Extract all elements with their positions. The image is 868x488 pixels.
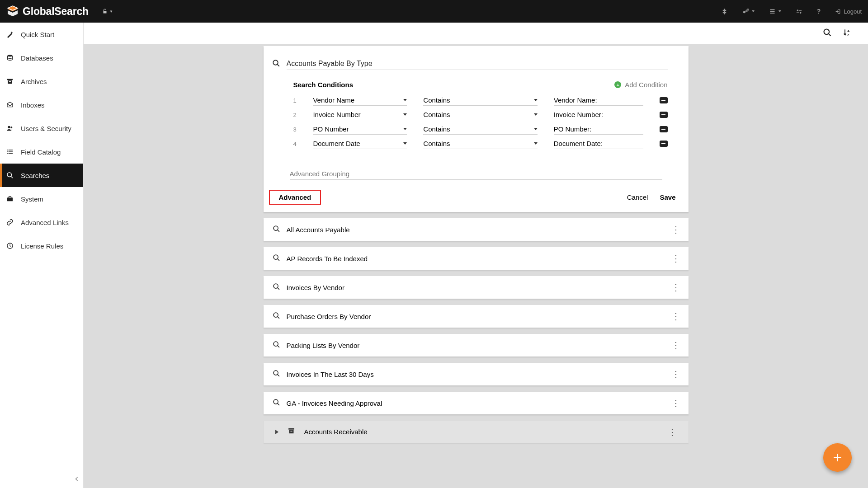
sidebar-item-system[interactable]: System	[0, 187, 83, 211]
svg-point-20	[274, 255, 278, 259]
sidebar-item-users-security[interactable]: Users & Security	[0, 117, 83, 140]
database-icon	[5, 54, 14, 61]
operator-select[interactable]: Contains	[423, 124, 537, 135]
sidebar-item-archives[interactable]: Archives	[0, 70, 83, 93]
logo-icon	[6, 5, 19, 18]
clock-icon	[5, 242, 14, 249]
card-menu-icon[interactable]: ⋮	[671, 398, 679, 408]
logout-button[interactable]: Logout	[835, 8, 862, 15]
sidebar-item-advanced-links[interactable]: Advanced Links	[0, 211, 83, 234]
settings-icon[interactable]	[796, 8, 802, 15]
svg-point-5	[799, 12, 801, 14]
svg-point-4	[797, 9, 798, 11]
svg-rect-26	[288, 428, 294, 430]
plus-circle-icon: +	[614, 81, 621, 88]
cancel-button[interactable]: Cancel	[627, 193, 648, 201]
main-toolbar: AZ	[84, 23, 868, 44]
field-select[interactable]: Invoice Number	[313, 109, 407, 120]
sidebar: Quick Start Databases Archives Inboxes U…	[0, 23, 84, 488]
card-menu-icon[interactable]: ⋮	[671, 311, 679, 322]
link-icon	[5, 219, 14, 226]
search-card[interactable]: GA - Invoices Needing Approval⋮	[264, 392, 689, 414]
remove-condition-button[interactable]	[660, 141, 668, 147]
svg-point-12	[7, 173, 11, 177]
value-input[interactable]	[554, 124, 643, 135]
svg-point-15	[824, 29, 830, 34]
chevron-down-icon	[534, 142, 538, 145]
card-menu-icon[interactable]: ⋮	[671, 282, 679, 293]
svg-point-11	[10, 127, 12, 128]
svg-rect-28	[290, 431, 292, 432]
toolbar-sort-icon[interactable]: AZ	[843, 28, 852, 39]
advanced-button[interactable]: Advanced	[269, 190, 321, 205]
users-icon	[5, 125, 14, 132]
condition-row: 2 Invoice Number Contains	[293, 109, 668, 120]
app-logo[interactable]: GlobalSearch	[6, 5, 89, 18]
sidebar-item-databases[interactable]: Databases	[0, 46, 83, 70]
svg-rect-2	[770, 11, 774, 12]
triangle-right-icon	[275, 430, 278, 434]
search-icon	[273, 283, 280, 292]
sidebar-collapse-icon[interactable]	[74, 475, 80, 484]
search-card[interactable]: Packing Lists By Vendor⋮	[264, 334, 689, 357]
card-menu-icon[interactable]: ⋮	[671, 369, 679, 380]
sidebar-item-license-rules[interactable]: License Rules	[0, 234, 83, 258]
chevron-down-icon	[534, 128, 538, 130]
value-input[interactable]	[554, 109, 643, 120]
plugin-icon[interactable]	[721, 8, 728, 15]
topbar-actions: ? Logout	[721, 8, 862, 15]
conditions-header: Search Conditions	[293, 81, 354, 89]
card-menu-icon[interactable]: ⋮	[671, 224, 679, 235]
operator-select[interactable]: Contains	[423, 138, 537, 149]
svg-rect-1	[770, 9, 774, 10]
field-select[interactable]: Document Date	[313, 138, 407, 149]
card-menu-icon[interactable]: ⋮	[671, 253, 679, 264]
search-card[interactable]: All Accounts Payable⋮	[264, 218, 689, 241]
chevron-down-icon	[403, 142, 407, 145]
topbar: GlobalSearch ▼ ? Logout	[0, 0, 868, 23]
svg-point-23	[274, 342, 278, 346]
card-menu-icon[interactable]: ⋮	[671, 340, 679, 351]
chevron-down-icon	[534, 99, 538, 101]
stack-dropdown-icon[interactable]	[769, 8, 781, 15]
sidebar-item-quickstart[interactable]: Quick Start	[0, 23, 83, 46]
group-menu-icon[interactable]: ⋮	[668, 427, 677, 437]
condition-row: 3 PO Number Contains	[293, 124, 668, 135]
value-input[interactable]	[554, 138, 643, 149]
search-edit-panel: Search Conditions + Add Condition 1 Vend…	[264, 46, 689, 212]
search-card[interactable]: AP Records To Be Indexed⋮	[264, 247, 689, 270]
svg-rect-7	[7, 79, 13, 80]
add-fab[interactable]: +	[823, 443, 852, 472]
value-input[interactable]	[554, 95, 643, 106]
search-group-row[interactable]: Accounts Receivable ⋮	[264, 421, 689, 443]
remove-condition-button[interactable]	[660, 97, 668, 103]
remove-condition-button[interactable]	[660, 112, 668, 118]
svg-rect-13	[7, 197, 13, 201]
help-icon[interactable]: ?	[817, 8, 821, 15]
sidebar-item-inboxes[interactable]: Inboxes	[0, 93, 83, 117]
operator-select[interactable]: Contains	[423, 95, 537, 106]
add-condition-button[interactable]: + Add Condition	[614, 81, 667, 89]
save-button[interactable]: Save	[660, 193, 675, 201]
search-card[interactable]: Invoices By Vendor⋮	[264, 276, 689, 299]
svg-point-24	[274, 371, 278, 375]
svg-rect-8	[8, 80, 12, 84]
toolbar-search-icon[interactable]	[823, 28, 832, 39]
field-select[interactable]: PO Number	[313, 124, 407, 135]
lock-dropdown[interactable]: ▼	[102, 9, 113, 14]
remove-condition-button[interactable]	[660, 126, 668, 132]
condition-row: 4 Document Date Contains	[293, 138, 668, 149]
search-name-input[interactable]	[287, 58, 668, 70]
svg-point-19	[274, 226, 278, 230]
archive-icon	[288, 427, 295, 436]
search-card[interactable]: Invoices In The Last 30 Days⋮	[264, 363, 689, 385]
briefcase-icon	[5, 195, 14, 202]
operator-select[interactable]: Contains	[423, 109, 537, 120]
advanced-grouping-input[interactable]	[290, 170, 662, 178]
search-card[interactable]: Purchase Orders By Vendor⋮	[264, 305, 689, 328]
search-icon	[273, 399, 280, 408]
sidebar-item-field-catalog[interactable]: Field Catalog	[0, 140, 83, 164]
key-dropdown-icon[interactable]	[742, 8, 755, 15]
field-select[interactable]: Vendor Name	[313, 95, 407, 106]
sidebar-item-searches[interactable]: Searches	[0, 164, 83, 187]
